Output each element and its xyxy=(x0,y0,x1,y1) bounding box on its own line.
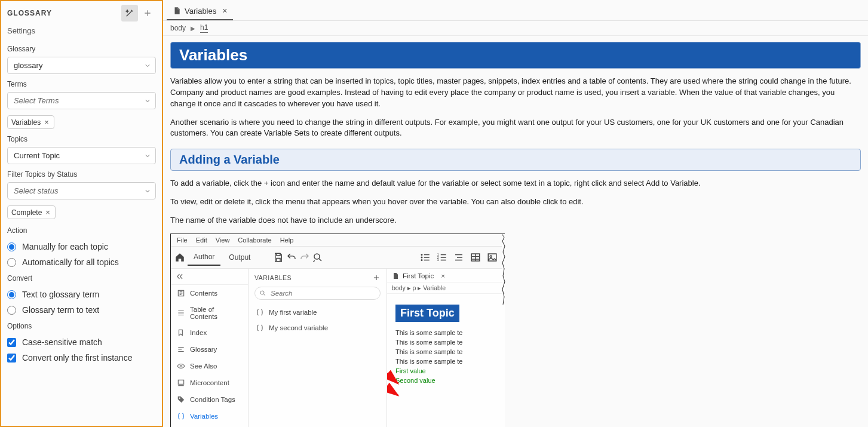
svg-point-1 xyxy=(421,254,422,256)
file-icon xyxy=(173,7,181,15)
options-label: Options xyxy=(7,322,156,330)
doc-p4[interactable]: To view, edit or delete it, click the me… xyxy=(170,196,861,208)
convert-label: Convert xyxy=(7,274,156,282)
menu-collab: Collaborate xyxy=(238,236,271,244)
convert-gloss-radio[interactable]: Glossary term to text xyxy=(7,305,156,315)
opt-case-check[interactable]: Case-sensitive match xyxy=(7,337,156,347)
bullet-list-icon xyxy=(420,252,431,263)
search-icon xyxy=(259,290,266,297)
status-chip[interactable]: Complete × xyxy=(7,205,56,219)
svg-point-3 xyxy=(421,260,422,261)
crumb-h1[interactable]: h1 xyxy=(200,23,208,33)
document-content: Variables Variables allow you to enter a… xyxy=(163,36,868,427)
file-icon xyxy=(392,272,399,279)
chip-remove-icon[interactable]: × xyxy=(43,118,50,127)
embed-doc-line1: This is some sample te xyxy=(395,329,499,336)
action-manual-radio[interactable]: Manually for each topic xyxy=(7,242,156,251)
embed-right-tab: First Topic × xyxy=(387,269,505,282)
editor-tab-bar: Variables × xyxy=(163,0,868,21)
doc-p1[interactable]: Variables allow you to enter a string th… xyxy=(170,76,861,110)
numbered-list-icon: 123 xyxy=(437,252,447,263)
glossary-select[interactable]: glossary xyxy=(7,57,156,74)
torn-edge-icon xyxy=(502,234,505,413)
tab-variables[interactable]: Variables × xyxy=(167,2,233,20)
terms-label: Terms xyxy=(7,80,156,88)
rail-glossary: Glossary xyxy=(171,341,248,358)
doc-h2[interactable]: Adding a Variable xyxy=(170,149,861,171)
convert-text-radio[interactable]: Text to glossary term xyxy=(7,290,156,299)
rail-index: Index xyxy=(171,324,248,341)
panel-title: GLOSSARY xyxy=(7,9,52,17)
embed-doc-line4: This is some sample te xyxy=(395,358,499,365)
embed-doc-line3: This is some sample te xyxy=(395,348,499,355)
opt-first-check[interactable]: Convert only the first instance xyxy=(7,353,156,363)
svg-rect-12 xyxy=(178,380,183,384)
close-icon[interactable]: × xyxy=(222,6,227,16)
embed-mid-title: VARIABLES xyxy=(254,274,292,281)
breadcrumb: body ▶ h1 xyxy=(163,21,868,36)
menu-help: Help xyxy=(280,236,294,244)
settings-link[interactable]: Settings xyxy=(7,26,156,35)
close-icon: × xyxy=(441,272,445,279)
indent-list-icon xyxy=(453,252,464,263)
topics-select[interactable]: Current Topic xyxy=(7,147,156,164)
embed-tab-output: Output xyxy=(223,250,256,265)
embed-doc-line2: This is some sample te xyxy=(395,339,499,346)
collapse-icon xyxy=(176,272,184,281)
menu-file: File xyxy=(177,236,188,244)
embed-val2: Second value xyxy=(395,377,499,384)
rail-cond: Condition Tags xyxy=(171,391,248,408)
svg-point-14 xyxy=(260,291,264,294)
rail-micro: Microcontent xyxy=(171,374,248,391)
terms-select[interactable]: Select Terms xyxy=(7,92,156,109)
status-select[interactable]: Select status xyxy=(7,182,156,199)
crumb-body[interactable]: body xyxy=(170,24,186,32)
filter-status-label: Filter Topics by Status xyxy=(7,170,156,179)
home-icon xyxy=(174,252,185,263)
rail-toc: Table of Contents xyxy=(171,302,248,324)
action-label: Action xyxy=(7,226,156,235)
wand-icon[interactable] xyxy=(121,5,138,21)
svg-rect-8 xyxy=(488,254,496,261)
menu-edit: Edit xyxy=(196,236,207,244)
doc-p3[interactable]: To add a variable, click the + icon and … xyxy=(170,178,861,189)
embed-var-2: My second variable xyxy=(249,320,387,336)
svg-point-13 xyxy=(179,397,180,398)
find-icon xyxy=(312,252,323,263)
svg-point-9 xyxy=(490,256,492,257)
embed-breadcrumb: body ▸ p ▸ Variable xyxy=(387,282,505,294)
embed-var-1: My first variable xyxy=(249,305,387,320)
embed-search xyxy=(254,287,381,300)
topics-label: Topics xyxy=(7,135,156,143)
embed-menubar: File Edit View Collaborate Help xyxy=(171,234,505,247)
doc-p2[interactable]: Another scenario is where you need to ch… xyxy=(170,117,861,140)
svg-text:3: 3 xyxy=(437,258,439,262)
glossary-label: Glossary xyxy=(7,45,156,53)
redo-icon xyxy=(299,252,310,263)
glossary-panel: GLOSSARY Settings Glossary glossary Term… xyxy=(0,0,163,427)
plus-icon xyxy=(372,274,381,282)
doc-p5[interactable]: The name of the variable does not have t… xyxy=(170,215,861,226)
svg-point-0 xyxy=(314,254,320,259)
save-icon xyxy=(273,252,284,263)
svg-point-11 xyxy=(180,365,182,367)
add-icon[interactable] xyxy=(139,5,156,21)
breadcrumb-sep-icon: ▶ xyxy=(191,25,195,32)
rail-contents: Contents xyxy=(171,285,248,302)
terms-chip[interactable]: Variables × xyxy=(7,115,54,129)
chip-remove-icon[interactable]: × xyxy=(44,208,51,217)
doc-h1[interactable]: Variables xyxy=(170,42,861,69)
undo-icon xyxy=(286,252,297,263)
embed-tab-author: Author xyxy=(188,249,220,266)
image-icon xyxy=(487,252,498,263)
embedded-screenshot: File Edit View Collaborate Help Author O… xyxy=(170,234,505,427)
rail-seealso: See Also xyxy=(171,358,248,374)
embed-doc-h1: First Topic xyxy=(395,305,459,322)
action-auto-radio[interactable]: Automatically for all topics xyxy=(7,257,156,267)
menu-view: View xyxy=(216,236,230,244)
table-icon xyxy=(470,252,481,263)
embed-val1: First value xyxy=(395,367,499,374)
rail-vars: Variables xyxy=(171,408,248,425)
svg-point-2 xyxy=(421,257,422,258)
